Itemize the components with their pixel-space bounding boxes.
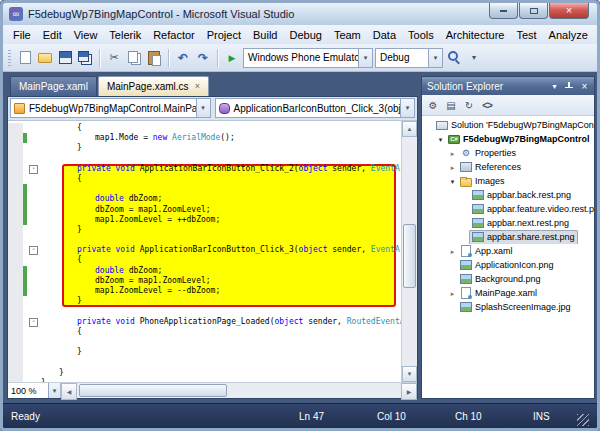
deployment-target-dropdown[interactable]: Windows Phone Emulator (243, 48, 373, 68)
menu-item-telerik[interactable]: Telerik (103, 27, 147, 43)
chevron-down-icon[interactable] (48, 383, 60, 398)
vertical-scroll-thumb[interactable] (403, 224, 416, 288)
vertical-scroll-track[interactable] (402, 137, 417, 366)
tree-item[interactable]: Solution 'F5debugWp7BingMapControl' (1 p (422, 118, 594, 132)
tab-mainpage-xaml[interactable]: MainPage.xaml (10, 76, 97, 96)
save-icon[interactable] (56, 49, 74, 67)
collapse-region-icon[interactable] (29, 246, 38, 255)
start-debugging-icon[interactable] (223, 49, 241, 67)
expand-arrow-icon[interactable]: ▸ (448, 150, 457, 157)
code-line (8, 337, 401, 347)
tree-item[interactable]: appbar.back.rest.png (422, 188, 594, 202)
menu-item-analyze[interactable]: Analyze (543, 27, 594, 43)
chevron-down-icon[interactable] (196, 99, 210, 117)
view-code-icon[interactable]: <> (479, 97, 495, 113)
tree-item[interactable]: ▾F5debugWp7BingMapControl (422, 132, 594, 146)
paste-icon[interactable] (145, 49, 163, 67)
chevron-down-icon[interactable] (358, 49, 372, 67)
tree-item[interactable]: ▸App.xaml (422, 244, 594, 258)
save-all-icon[interactable] (76, 49, 94, 67)
window-menu-icon[interactable] (548, 80, 561, 92)
code-line: { (8, 255, 401, 265)
chevron-down-icon[interactable] (400, 99, 414, 117)
image-icon (460, 274, 472, 285)
tree-item-label: Solution 'F5debugWp7BingMapControl' (1 p (451, 120, 594, 130)
refresh-icon[interactable]: ↻ (461, 97, 477, 113)
tree-item[interactable]: SplashScreenImage.jpg (422, 300, 594, 314)
tree-item[interactable]: ▸References (422, 160, 594, 174)
editor-navbar: F5debugWp7BingMapControl.MainPage Applic… (8, 97, 417, 121)
show-all-files-icon[interactable]: ▤ (443, 97, 459, 113)
code-line (8, 184, 401, 194)
menu-item-file[interactable]: File (7, 27, 37, 43)
code-editor[interactable]: {map1.Mode = new AerialMode();}private v… (8, 121, 401, 382)
tab-mainpage-xaml-cs[interactable]: MainPage.xaml.cs (98, 76, 209, 96)
tree-item-label: appbar.next.rest.png (487, 218, 569, 228)
solution-explorer-header[interactable]: Solution Explorer (422, 77, 594, 95)
scroll-up-icon[interactable] (402, 121, 417, 137)
undo-icon[interactable] (174, 49, 192, 67)
vertical-scrollbar[interactable] (401, 121, 417, 382)
menu-item-edit[interactable]: Edit (37, 27, 68, 43)
new-file-icon[interactable] (16, 49, 34, 67)
menu-item-team[interactable]: Team (328, 27, 367, 43)
menu-item-test[interactable]: Test (510, 27, 542, 43)
open-icon[interactable] (36, 49, 54, 67)
horizontal-scrollbar[interactable] (61, 383, 417, 398)
toolbar-right-group (445, 49, 483, 67)
properties-icon[interactable]: ⚙ (425, 97, 441, 113)
solution-configuration-value: Debug (376, 52, 428, 63)
pin-icon[interactable] (563, 80, 576, 92)
members-dropdown[interactable]: ApplicationBarIconButton_Click_3(object … (215, 98, 416, 118)
types-dropdown[interactable]: F5debugWp7BingMapControl.MainPage (10, 98, 211, 118)
tree-item[interactable]: ▸MainPage.xaml (422, 286, 594, 300)
collapse-arrow-icon[interactable]: ▾ (436, 136, 445, 143)
redo-icon[interactable] (194, 49, 212, 67)
collapse-region-icon[interactable] (29, 318, 38, 327)
horizontal-scroll-track[interactable] (77, 383, 401, 398)
scroll-right-icon[interactable] (401, 383, 417, 400)
menu-item-debug[interactable]: Debug (283, 27, 327, 43)
menu-item-architecture[interactable]: Architecture (440, 27, 511, 43)
tree-item[interactable]: ApplicationIcon.png (422, 258, 594, 272)
tree-item[interactable]: appbar.next.rest.png (422, 216, 594, 230)
toolbar-grip[interactable] (8, 50, 11, 66)
tree-item[interactable]: appbar.feature.video.rest.png (422, 202, 594, 216)
types-dropdown-value: F5debugWp7BingMapControl.MainPage (25, 103, 196, 114)
menu-item-view[interactable]: View (68, 27, 104, 43)
maximize-button[interactable] (519, 3, 548, 19)
cut-icon[interactable] (105, 49, 123, 67)
scroll-down-icon[interactable] (402, 366, 417, 382)
code-line: { (8, 123, 401, 133)
close-icon[interactable] (578, 80, 591, 92)
expand-arrow-icon[interactable]: ▸ (448, 290, 457, 297)
expand-arrow-icon[interactable]: ▸ (448, 248, 457, 255)
tree-item[interactable]: Background.png (422, 272, 594, 286)
toolbar-options-icon[interactable] (465, 49, 483, 67)
tree-item[interactable]: ▸Properties (422, 146, 594, 160)
menu-item-data[interactable]: Data (367, 27, 402, 43)
solution-configuration-dropdown[interactable]: Debug (375, 48, 443, 68)
menu-item-window[interactable]: Window (594, 27, 600, 43)
menu-item-refactor[interactable]: Refactor (147, 27, 201, 43)
tree-item[interactable]: appbar.share.rest.png (422, 230, 594, 244)
resize-grip[interactable] (577, 414, 589, 426)
scroll-left-icon[interactable] (61, 383, 77, 400)
collapse-region-icon[interactable] (29, 165, 38, 174)
horizontal-scroll-thumb[interactable] (79, 384, 227, 397)
find-icon[interactable] (445, 49, 463, 67)
menu-item-project[interactable]: Project (201, 27, 247, 43)
collapse-arrow-icon[interactable]: ▾ (448, 178, 457, 185)
tree-item[interactable]: ▾Images (422, 174, 594, 188)
code-line: } (8, 225, 401, 235)
minimize-button[interactable] (489, 3, 518, 19)
close-button[interactable] (549, 3, 589, 19)
copy-icon[interactable] (125, 49, 143, 67)
menu-item-build[interactable]: Build (247, 27, 283, 43)
expand-arrow-icon[interactable]: ▸ (448, 164, 457, 171)
close-icon[interactable] (195, 82, 200, 91)
menu-item-tools[interactable]: Tools (402, 27, 440, 43)
zoom-dropdown[interactable]: 100 % (8, 383, 61, 398)
chevron-down-icon[interactable] (428, 49, 442, 67)
code-line: map1.ZoomLevel = --dbZoom; (8, 286, 401, 296)
